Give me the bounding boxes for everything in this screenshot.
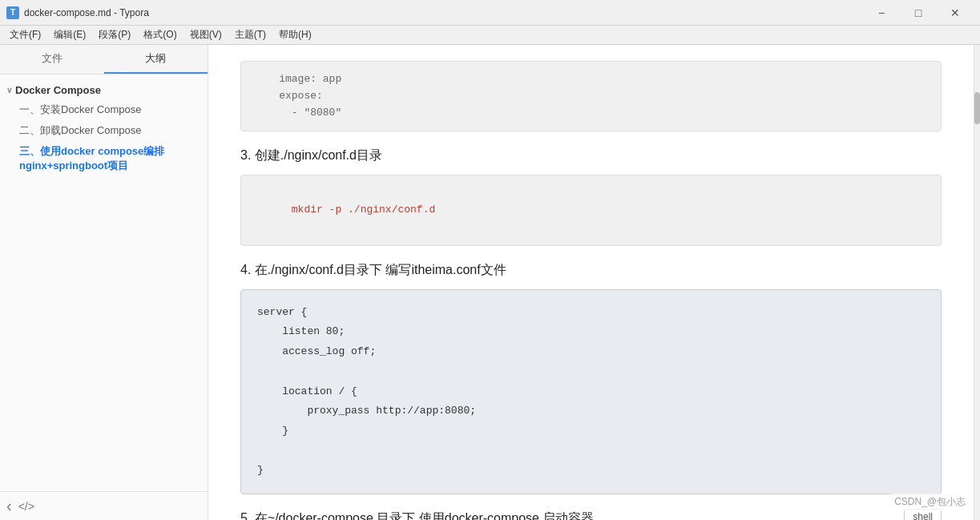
sidebar-bottom: ‹ </> <box>0 491 208 520</box>
outline-item-docker-compose[interactable]: ∨ Docker Compose <box>0 81 208 99</box>
prev-code-block: image: app expose: - "8080" <box>240 61 942 131</box>
window-title: docker-compose.md - Typora <box>24 7 149 18</box>
menu-help[interactable]: 帮助(H) <box>272 26 318 43</box>
tab-outline[interactable]: 大纲 <box>104 45 208 74</box>
menu-paragraph[interactable]: 段落(P) <box>92 26 137 43</box>
minimize-button[interactable]: − <box>863 0 900 26</box>
section5-heading: 5. 在~/docker-compose 目录下 使用docker-compos… <box>240 509 942 520</box>
shell-label: shell <box>904 509 942 520</box>
title-bar-controls: − □ ✕ <box>863 0 974 26</box>
outline-item-uninstall[interactable]: 二、卸载Docker Compose <box>0 120 208 141</box>
menu-format[interactable]: 格式(O) <box>137 26 183 43</box>
vertical-scrollbar[interactable] <box>974 45 980 520</box>
nav-code-button[interactable]: </> <box>18 500 34 513</box>
section3-code-block: mkdir -p ./nginx/conf.d <box>240 175 942 245</box>
outline-item-compose-nginx[interactable]: 三、使用docker compose编排nginx+springboot项目 <box>0 141 208 176</box>
menu-theme[interactable]: 主题(T) <box>228 26 272 43</box>
menu-file[interactable]: 文件(F) <box>3 26 47 43</box>
app-icon: T <box>6 6 19 19</box>
section3-heading: 3. 创建./nginx/conf.d目录 <box>240 146 942 165</box>
title-bar-left: T docker-compose.md - Typora <box>6 6 149 19</box>
sidebar-tabs: 文件 大纲 <box>0 45 208 75</box>
menu-view[interactable]: 视图(V) <box>183 26 228 43</box>
section4-nginx-block: server { listen 80; access_log off; loca… <box>240 289 942 494</box>
outline-item-install[interactable]: 一、安装Docker Compose <box>0 99 208 120</box>
watermark: CSDN_@包小志 <box>889 494 970 510</box>
sidebar: 文件 大纲 ∨ Docker Compose 一、安装Docker Compos… <box>0 45 208 520</box>
nav-prev-button[interactable]: ‹ <box>6 497 12 515</box>
content-area[interactable]: image: app expose: - "8080" 3. 创建./nginx… <box>208 45 974 520</box>
title-bar: T docker-compose.md - Typora − □ ✕ <box>0 0 980 26</box>
menu-bar: 文件(F) 编辑(E) 段落(P) 格式(O) 视图(V) 主题(T) 帮助(H… <box>0 26 980 45</box>
chevron-down-icon: ∨ <box>6 86 12 95</box>
maximize-button[interactable]: □ <box>900 0 937 26</box>
section5-container: 5. 在~/docker-compose 目录下 使用docker-compos… <box>240 509 942 520</box>
close-button[interactable]: ✕ <box>937 0 974 26</box>
main-layout: 文件 大纲 ∨ Docker Compose 一、安装Docker Compos… <box>0 45 980 520</box>
section4-heading: 4. 在./nginx/conf.d目录下 编写itheima.conf文件 <box>240 260 942 280</box>
tab-file[interactable]: 文件 <box>0 45 104 74</box>
sidebar-content: ∨ Docker Compose 一、安装Docker Compose 二、卸载… <box>0 75 208 491</box>
scroll-thumb[interactable] <box>974 92 980 124</box>
menu-edit[interactable]: 编辑(E) <box>47 26 92 43</box>
